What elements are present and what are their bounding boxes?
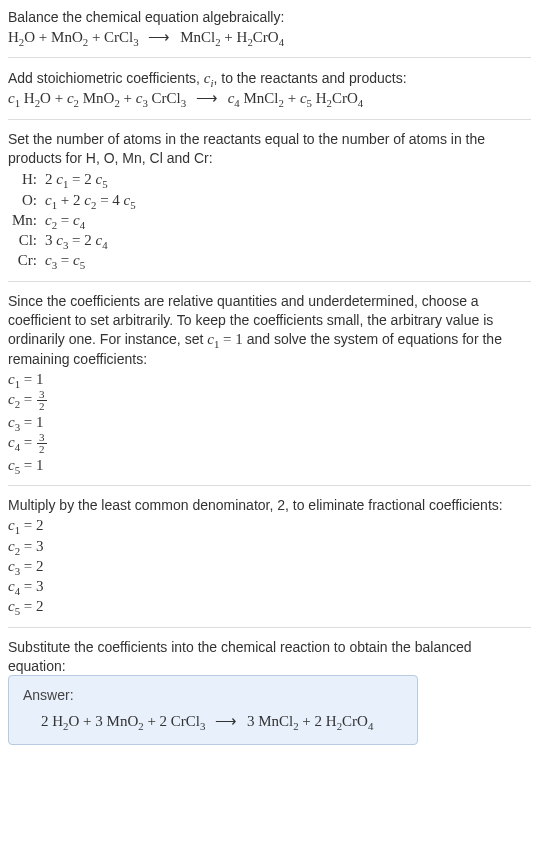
- coef-c4: c4 = 32: [8, 432, 531, 455]
- section-balance-intro: Balance the chemical equation algebraica…: [8, 8, 531, 58]
- section-integer-coefficients: Multiply by the least common denominator…: [8, 496, 531, 627]
- balance-eq-cr: c3 = c5: [41, 250, 140, 270]
- balance-eq-o: c1 + 2 c2 = 4 c5: [41, 190, 140, 210]
- balance-eq-mn: c2 = c4: [41, 210, 140, 230]
- balance-eq-h: 2 c1 = 2 c5: [41, 169, 140, 189]
- coef-c2: c2 = 32: [8, 389, 531, 412]
- table-row: Cl: 3 c3 = 2 c4: [8, 230, 140, 250]
- table-row: Mn: c2 = c4: [8, 210, 140, 230]
- section6-title: Substitute the coefficients into the che…: [8, 638, 531, 676]
- section-final-answer: Substitute the coefficients into the che…: [8, 638, 531, 755]
- answer-box: Answer: 2 H2O + 3 MnO2 + 2 CrCl3 ⟶ 3 MnC…: [8, 675, 418, 744]
- element-label-o: O:: [8, 190, 41, 210]
- section4-title: Since the coefficients are relative quan…: [8, 292, 531, 369]
- section-atom-balance: Set the number of atoms in the reactants…: [8, 130, 531, 282]
- balance-eq-cl: 3 c3 = 2 c4: [41, 230, 140, 250]
- coef-int-c1: c1 = 2: [8, 515, 531, 535]
- balanced-equation: 2 H2O + 3 MnO2 + 2 CrCl3 ⟶ 3 MnCl2 + 2 H…: [23, 711, 403, 731]
- section1-title: Balance the chemical equation algebraica…: [8, 8, 531, 27]
- element-label-h: H:: [8, 169, 41, 189]
- element-label-cr: Cr:: [8, 250, 41, 270]
- atom-balance-table: H: 2 c1 = 2 c5 O: c1 + 2 c2 = 4 c5 Mn: c…: [8, 169, 140, 270]
- table-row: H: 2 c1 = 2 c5: [8, 169, 140, 189]
- section3-title: Set the number of atoms in the reactants…: [8, 130, 531, 168]
- coef-c5: c5 = 1: [8, 455, 531, 475]
- answer-label: Answer:: [23, 686, 403, 705]
- element-label-mn: Mn:: [8, 210, 41, 230]
- section5-title: Multiply by the least common denominator…: [8, 496, 531, 515]
- coef-c3: c3 = 1: [8, 412, 531, 432]
- coef-int-c2: c2 = 3: [8, 536, 531, 556]
- element-label-cl: Cl:: [8, 230, 41, 250]
- table-row: Cr: c3 = c5: [8, 250, 140, 270]
- coef-int-c5: c5 = 2: [8, 596, 531, 616]
- section-solve-fractional: Since the coefficients are relative quan…: [8, 292, 531, 487]
- table-row: O: c1 + 2 c2 = 4 c5: [8, 190, 140, 210]
- section2-title: Add stoichiometric coefficients, ci, to …: [8, 68, 531, 88]
- coef-int-c3: c3 = 2: [8, 556, 531, 576]
- section-add-coefficients: Add stoichiometric coefficients, ci, to …: [8, 68, 531, 120]
- equation-unbalanced: H2O + MnO2 + CrCl3 ⟶ MnCl2 + H2CrO4: [8, 27, 531, 47]
- coef-c1: c1 = 1: [8, 369, 531, 389]
- equation-with-coefficients: c1 H2O + c2 MnO2 + c3 CrCl3 ⟶ c4 MnCl2 +…: [8, 88, 531, 108]
- coef-int-c4: c4 = 3: [8, 576, 531, 596]
